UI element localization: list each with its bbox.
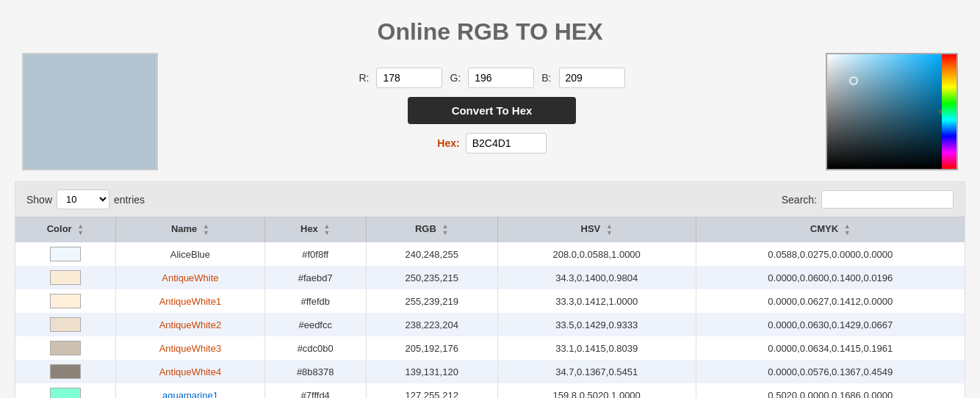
show-label: Show [26, 194, 52, 206]
sort-arrows-hsv[interactable]: ▲▼ [606, 223, 613, 236]
spectrum-arrow-right [956, 108, 958, 115]
col-rgb: RGB ▲▼ [366, 217, 497, 242]
page-title: Online RGB TO HEX [15, 18, 965, 46]
cell-hex: #f0f8ff [264, 242, 366, 266]
cell-rgb: 238,223,204 [366, 313, 497, 336]
search-input[interactable] [821, 190, 954, 209]
color-gradient[interactable] [827, 54, 942, 169]
search-box: Search: [782, 190, 954, 209]
cell-hex: #faebd7 [264, 266, 366, 289]
color-swatch [50, 341, 81, 355]
convert-button[interactable]: Convert To Hex [408, 97, 577, 124]
cell-hsv: 33.1,0.1415,0.8039 [497, 336, 696, 360]
spectrum-arrow-left [937, 108, 942, 115]
cell-name: AntiqueWhite3 [115, 336, 264, 360]
table-section: Show 10 25 50 100 entries Search: Color [15, 181, 965, 398]
cell-color [15, 313, 115, 336]
color-name[interactable]: AntiqueWhite3 [159, 343, 222, 354]
color-name[interactable]: AntiqueWhite [162, 272, 218, 283]
cell-hsv: 34.3,0.1400,0.9804 [497, 266, 696, 289]
r-input[interactable] [376, 68, 442, 88]
cell-rgb: 127,255,212 [366, 383, 497, 398]
color-picker-widget[interactable] [826, 53, 958, 170]
cell-hsv: 34.7,0.1367,0.5451 [497, 360, 696, 383]
table-header-row: Color ▲▼ Name ▲▼ Hex ▲▼ RGB ▲▼ [15, 217, 965, 242]
table-row: AntiqueWhite4 #8b8378 139,131,120 34.7,0… [15, 360, 965, 383]
cell-cmyk: 0.0000,0.0630,0.1429,0.0667 [696, 313, 965, 336]
color-swatch [50, 364, 81, 379]
cell-cmyk: 0.0000,0.0576,0.1367,0.4549 [696, 360, 965, 383]
sort-arrows-rgb[interactable]: ▲▼ [442, 223, 449, 236]
cell-name: AntiqueWhite1 [115, 289, 264, 313]
cell-hsv: 33.5,0.1429,0.9333 [497, 313, 696, 336]
sort-arrows-color[interactable]: ▲▼ [77, 223, 84, 236]
entries-label: entries [114, 194, 145, 206]
cell-rgb: 240,248,255 [366, 242, 497, 266]
color-picker-circle [849, 76, 858, 85]
cell-rgb: 139,131,120 [366, 360, 497, 383]
cell-hex: #eedfcc [264, 313, 366, 336]
table-row: AntiqueWhite1 #ffefdb 255,239,219 33.3,0… [15, 289, 965, 313]
table-controls: Show 10 25 50 100 entries Search: [15, 182, 965, 217]
hex-label: Hex: [437, 137, 459, 149]
color-name[interactable]: AntiqueWhite2 [159, 319, 222, 330]
cell-cmyk: 0.5020,0.0000,0.1686,0.0000 [696, 383, 965, 398]
cell-name: AntiqueWhite4 [115, 360, 264, 383]
color-table: Color ▲▼ Name ▲▼ Hex ▲▼ RGB ▲▼ [15, 217, 965, 398]
cell-color [15, 242, 115, 266]
color-preview [22, 53, 158, 170]
cell-cmyk: 0.0000,0.0634,0.1415,0.1961 [696, 336, 965, 360]
g-label: G: [450, 72, 461, 84]
show-entries: Show 10 25 50 100 entries [26, 189, 145, 209]
g-input[interactable] [468, 68, 534, 88]
col-hex: Hex ▲▼ [264, 217, 366, 242]
cell-rgb: 255,239,219 [366, 289, 497, 313]
color-name[interactable]: aquamarine1 [162, 390, 218, 399]
col-hsv: HSV ▲▼ [497, 217, 696, 242]
sort-arrows-name[interactable]: ▲▼ [203, 223, 209, 236]
cell-name: AntiqueWhite [115, 266, 264, 289]
color-name[interactable]: AliceBlue [170, 249, 210, 260]
cell-color [15, 383, 115, 398]
color-name[interactable]: AntiqueWhite1 [159, 296, 222, 307]
converter-area: R: G: B: Convert To Hex Hex: [158, 53, 826, 153]
color-swatch [50, 270, 81, 285]
color-swatch [50, 388, 81, 398]
table-row: AntiqueWhite3 #cdc0b0 205,192,176 33.1,0… [15, 336, 965, 360]
sort-arrows-cmyk[interactable]: ▲▼ [844, 223, 851, 236]
sort-arrows-hex[interactable]: ▲▼ [323, 223, 330, 236]
cell-rgb: 250,235,215 [366, 266, 497, 289]
col-cmyk: CMYK ▲▼ [696, 217, 965, 242]
cell-hex: #ffefdb [264, 289, 366, 313]
cell-name: aquamarine1 [115, 383, 264, 398]
spectrum-slider[interactable] [942, 54, 956, 169]
table-row: AntiqueWhite #faebd7 250,235,215 34.3,0.… [15, 266, 965, 289]
cell-color [15, 266, 115, 289]
cell-name: AntiqueWhite2 [115, 313, 264, 336]
b-input[interactable] [559, 68, 625, 88]
rgb-inputs: R: G: B: [359, 68, 624, 88]
cell-color [15, 336, 115, 360]
color-name[interactable]: AntiqueWhite4 [159, 366, 222, 377]
table-row: AliceBlue #f0f8ff 240,248,255 208.0,0.05… [15, 242, 965, 266]
cell-hex: #8b8378 [264, 360, 366, 383]
col-color: Color ▲▼ [15, 217, 115, 242]
entries-select[interactable]: 10 25 50 100 [57, 189, 109, 209]
col-name: Name ▲▼ [115, 217, 264, 242]
table-row: AntiqueWhite2 #eedfcc 238,223,204 33.5,0… [15, 313, 965, 336]
cell-color [15, 289, 115, 313]
cell-color [15, 360, 115, 383]
search-label: Search: [782, 194, 817, 206]
cell-hsv: 33.3,0.1412,1.0000 [497, 289, 696, 313]
page-header: Online RGB TO HEX [15, 7, 965, 53]
color-swatch [50, 247, 81, 261]
color-swatch [50, 317, 81, 332]
cell-cmyk: 0.0588,0.0275,0.0000,0.0000 [696, 242, 965, 266]
cell-hex: #7fffd4 [264, 383, 366, 398]
hex-input[interactable] [466, 133, 547, 153]
cell-hex: #cdc0b0 [264, 336, 366, 360]
cell-rgb: 205,192,176 [366, 336, 497, 360]
cell-cmyk: 0.0000,0.0600,0.1400,0.0196 [696, 266, 965, 289]
table-row: aquamarine1 #7fffd4 127,255,212 159.8,0.… [15, 383, 965, 398]
cell-hsv: 208.0,0.0588,1.0000 [497, 242, 696, 266]
